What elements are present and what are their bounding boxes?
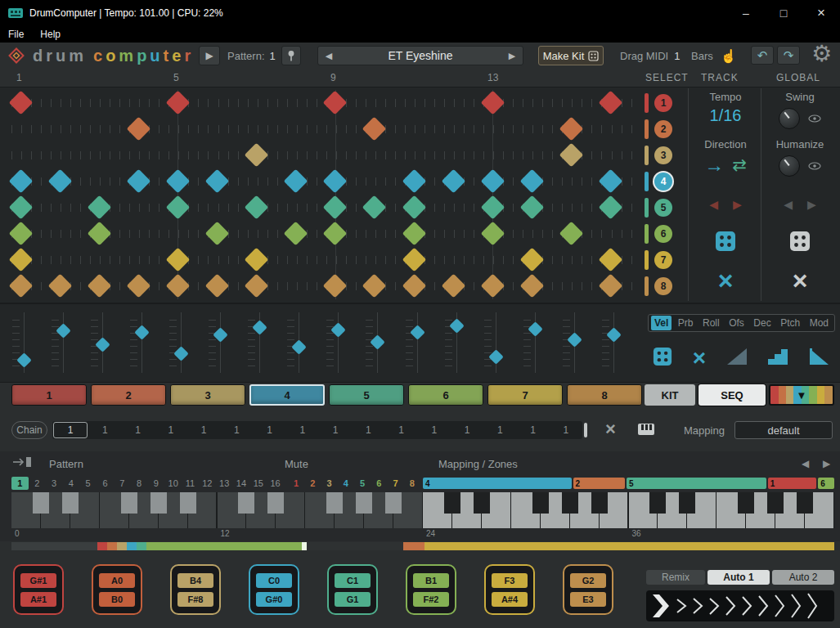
seq-step-8-11[interactable]: [402, 274, 426, 298]
track-select-7[interactable]: 7: [654, 251, 672, 269]
direction-pingpong-icon[interactable]: ⇄: [732, 157, 747, 173]
swing-knob[interactable]: [779, 108, 800, 129]
seq-step-8-1[interactable]: [8, 274, 33, 298]
pad-3[interactable]: B4F#8: [170, 564, 221, 615]
make-kit-button[interactable]: Make Kit: [538, 46, 604, 65]
seq-step-8-16[interactable]: [599, 274, 623, 298]
black-key[interactable]: [267, 492, 284, 514]
menu-file[interactable]: File: [8, 29, 24, 40]
chain-scroll-handle[interactable]: [584, 423, 587, 437]
black-key[interactable]: [326, 492, 343, 514]
minimize-button[interactable]: –: [727, 0, 765, 26]
global-randomize-button[interactable]: [789, 231, 811, 255]
track-select-1[interactable]: 1: [654, 94, 672, 112]
lane-tab-ofs[interactable]: Ofs: [725, 316, 748, 330]
seq-step-6-8[interactable]: [284, 222, 308, 246]
chain-slot-16[interactable]: 1: [550, 421, 582, 439]
auto1-button[interactable]: Auto 1: [707, 570, 770, 585]
lane-tab-mod[interactable]: Mod: [806, 316, 832, 330]
chain-slot-15[interactable]: 1: [517, 421, 550, 439]
black-key[interactable]: [679, 492, 695, 514]
seq-step-5-5[interactable]: [166, 195, 191, 220]
seq-step-7-16[interactable]: [599, 248, 623, 272]
seq-step-5-11[interactable]: [402, 195, 426, 220]
black-key[interactable]: [797, 492, 813, 514]
track-prev-icon[interactable]: ◀: [709, 198, 718, 211]
seq-step-4-12[interactable]: [441, 169, 465, 194]
chain-slot-3[interactable]: 1: [122, 421, 155, 439]
mute-cell-1[interactable]: 1: [288, 477, 304, 490]
seq-step-7-7[interactable]: [245, 248, 269, 272]
chain-clear-button[interactable]: ×: [605, 419, 616, 440]
track-select-3[interactable]: 3: [654, 146, 672, 164]
seq-step-5-3[interactable]: [87, 195, 111, 220]
zones-prev-icon[interactable]: ◀: [802, 458, 809, 469]
seq-step-6-13[interactable]: [480, 222, 505, 246]
mute-cell-3[interactable]: 3: [321, 477, 338, 490]
pad-8[interactable]: G2E3: [563, 564, 613, 615]
pattern-cell-14[interactable]: 14: [233, 477, 250, 490]
seq-step-5-9[interactable]: [323, 195, 348, 220]
seq-step-8-4[interactable]: [126, 274, 150, 298]
direction-forward-icon[interactable]: →: [704, 157, 724, 173]
drag-all-button[interactable]: ▼: [769, 384, 834, 406]
pattern-cell-16[interactable]: 16: [267, 477, 284, 490]
black-key[interactable]: [33, 492, 49, 514]
seq-step-1-16[interactable]: [599, 91, 623, 115]
track-button-6[interactable]: 6: [408, 384, 483, 406]
seq-step-2-15[interactable]: [559, 117, 584, 141]
pattern-cell-9[interactable]: 9: [148, 477, 165, 490]
lane-tab-prb[interactable]: Prb: [675, 316, 697, 330]
seq-step-5-13[interactable]: [480, 195, 505, 220]
seq-step-5-14[interactable]: [519, 195, 544, 220]
seq-step-6-1[interactable]: [8, 222, 33, 246]
track-button-8[interactable]: 8: [567, 384, 642, 406]
global-next-icon[interactable]: ▶: [807, 198, 816, 211]
pattern-cell-10[interactable]: 10: [164, 477, 182, 490]
black-key[interactable]: [150, 492, 167, 514]
pattern-cell-7[interactable]: 7: [114, 477, 131, 490]
pad-2[interactable]: A0B0: [92, 564, 142, 615]
seq-step-4-6[interactable]: [205, 169, 230, 194]
seq-button[interactable]: SEQ: [699, 384, 766, 406]
seq-step-8-5[interactable]: [166, 274, 191, 298]
black-key[interactable]: [767, 492, 784, 514]
seq-step-3-15[interactable]: [559, 143, 584, 168]
pattern-cell-1[interactable]: 1: [11, 477, 29, 490]
track-button-7[interactable]: 7: [487, 384, 563, 406]
seq-step-2-4[interactable]: [126, 117, 150, 141]
black-key[interactable]: [474, 492, 490, 514]
track-button-3[interactable]: 3: [170, 384, 245, 406]
seq-step-1-5[interactable]: [166, 91, 191, 115]
play-button[interactable]: ▶: [199, 46, 220, 65]
seq-step-5-7[interactable]: [245, 195, 269, 220]
seq-step-8-6[interactable]: [205, 274, 230, 298]
black-key[interactable]: [649, 492, 666, 514]
mute-cell-5[interactable]: 5: [354, 477, 371, 490]
seq-step-7-5[interactable]: [166, 248, 191, 272]
track-randomize-button[interactable]: [715, 231, 736, 255]
track-select-8[interactable]: 8: [654, 277, 672, 295]
black-key[interactable]: [444, 492, 460, 514]
lane-tab-roll[interactable]: Roll: [699, 316, 723, 330]
auto2-button[interactable]: Auto 2: [772, 570, 834, 585]
track-button-2[interactable]: 2: [91, 384, 166, 406]
lane-ramp-down-button[interactable]: [726, 348, 748, 369]
drag-midi[interactable]: Drag MIDI 1: [620, 46, 680, 65]
seq-step-8-13[interactable]: [480, 274, 505, 298]
global-prev-icon[interactable]: ◀: [784, 198, 793, 211]
pattern-cell-13[interactable]: 13: [216, 477, 233, 490]
mute-cell-8[interactable]: 8: [404, 477, 420, 490]
undo-button[interactable]: ↶: [751, 46, 774, 65]
black-key[interactable]: [62, 492, 79, 514]
seq-step-7-1[interactable]: [8, 248, 33, 272]
black-key[interactable]: [180, 492, 196, 514]
zone-4[interactable]: 4: [423, 478, 572, 489]
tempo-value[interactable]: 1/16: [691, 106, 760, 125]
eye-icon[interactable]: [808, 162, 821, 170]
track-select-5[interactable]: 5: [654, 199, 672, 217]
zone-5[interactable]: 5: [627, 478, 766, 489]
chain-slot-10[interactable]: 1: [352, 421, 384, 439]
pin-button[interactable]: [281, 46, 301, 65]
seq-step-8-12[interactable]: [441, 274, 465, 298]
